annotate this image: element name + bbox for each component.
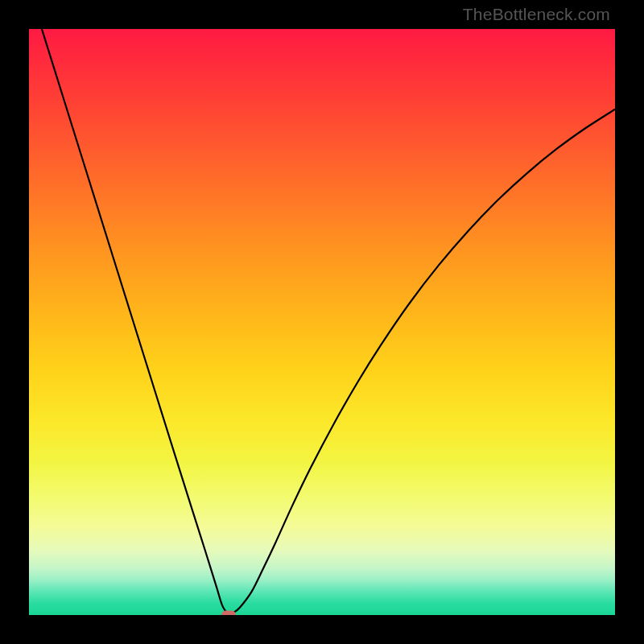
chart-frame: TheBottleneck.com xyxy=(0,0,644,644)
watermark-text: TheBottleneck.com xyxy=(463,5,610,24)
bottleneck-curve xyxy=(29,29,615,615)
plot-area xyxy=(29,29,615,615)
optimal-point-marker xyxy=(221,611,236,616)
